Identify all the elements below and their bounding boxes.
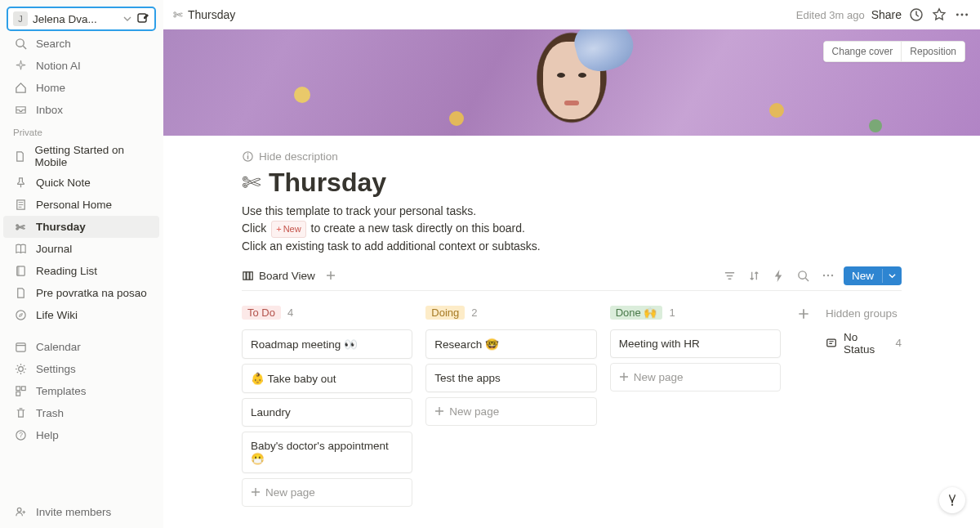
workspace-switcher[interactable]: J Jelena Dva... [7, 7, 156, 31]
board: To Do4Roadmap meeting 👀👶 Take baby outLa… [242, 306, 902, 507]
share-button[interactable]: Share [871, 8, 902, 21]
new-page-button[interactable]: New page [425, 397, 596, 426]
help-icon: ? [13, 429, 28, 441]
calendar-icon [13, 341, 28, 353]
desc-line: Use this template to track your personal… [242, 203, 902, 220]
clock-icon[interactable] [908, 7, 924, 23]
board-card[interactable]: Roadmap meeting 👀 [242, 329, 412, 359]
svg-point-16 [961, 14, 964, 16]
sidebar-page-item[interactable]: Pre povratka na posao [3, 282, 159, 304]
svg-rect-4 [16, 266, 19, 275]
sidebar-page-item[interactable]: Life Wiki [3, 304, 159, 326]
new-page-button[interactable]: New page [610, 363, 781, 392]
sidebar-page-label: Journal [36, 243, 72, 255]
sidebar-item-ai[interactable]: Notion AI [3, 55, 159, 77]
more-icon[interactable] [954, 7, 970, 23]
breadcrumb[interactable]: ✄ Thursday [173, 8, 235, 21]
filter-icon[interactable] [721, 270, 739, 282]
column-count: 1 [669, 307, 675, 319]
sidebar-label: Inbox [36, 104, 63, 116]
svg-point-27 [831, 275, 833, 276]
sidebar-item-calendar[interactable]: Calendar [3, 336, 159, 358]
sidebar-item-invite[interactable]: Invite members [3, 501, 159, 523]
add-column-button[interactable] [794, 306, 813, 507]
add-view-button[interactable] [325, 270, 336, 281]
sidebar-page-item[interactable]: Quick Note [3, 172, 159, 194]
svg-point-24 [799, 271, 806, 278]
svg-rect-28 [827, 339, 836, 347]
sidebar-page-label: Thursday [36, 221, 86, 233]
board-column: Done 🙌1Meeting with HRNew page [610, 306, 781, 507]
svg-point-26 [827, 275, 829, 276]
sidebar-page-item[interactable]: Getting Started on Mobile [3, 141, 159, 172]
sidebar-page-item[interactable]: Journal [3, 238, 159, 260]
cover-actions: Change cover Reposition [823, 41, 965, 62]
topbar: ✄ Thursday Edited 3m ago Share [163, 0, 980, 29]
sidebar-label: Settings [36, 363, 76, 375]
compose-icon[interactable] [136, 12, 149, 25]
board-card[interactable]: 👶 Take baby out [242, 364, 412, 393]
sidebar-item-templates[interactable]: Templates [3, 380, 159, 402]
sidebar-page-label: Personal Home [36, 199, 112, 211]
chevron-down-icon[interactable] [882, 269, 902, 283]
edited-timestamp: Edited 3m ago [796, 9, 865, 21]
book-icon [13, 243, 28, 255]
workspace-name: Jelena Dva... [33, 13, 118, 25]
new-page-button[interactable]: New page [242, 478, 412, 507]
sidebar-item-settings[interactable]: Settings [3, 358, 159, 380]
new-button[interactable]: New [844, 266, 902, 285]
reposition-button[interactable]: Reposition [901, 42, 964, 61]
scissors-icon: ✄ [242, 169, 261, 196]
trash-icon [13, 407, 28, 419]
sidebar-item-home[interactable]: Home [3, 77, 159, 99]
svg-rect-9 [21, 387, 25, 391]
cover-image[interactable]: Change cover Reposition [163, 29, 980, 136]
sidebar-item-trash[interactable]: Trash [3, 402, 159, 424]
compass-icon [13, 309, 28, 321]
column-header[interactable]: To Do4 [242, 306, 412, 320]
home-icon [13, 82, 28, 94]
chevron-down-icon [123, 15, 131, 23]
more-icon[interactable] [819, 269, 837, 282]
svg-point-25 [823, 275, 825, 276]
page-description[interactable]: Use this template to track your personal… [242, 203, 902, 255]
sidebar-page-item[interactable]: Reading List [3, 260, 159, 282]
board-card[interactable]: Test the apps [425, 364, 596, 392]
sidebar-label: Notion AI [36, 60, 81, 72]
sidebar-item-search[interactable]: Search [3, 33, 159, 55]
star-icon[interactable] [931, 7, 947, 23]
breadcrumb-label: Thursday [188, 8, 235, 21]
sidebar-label: Trash [36, 407, 64, 419]
column-header[interactable]: Done 🙌1 [610, 306, 781, 320]
ai-fab[interactable] [939, 487, 965, 513]
no-status-group[interactable]: No Status4 [826, 331, 902, 356]
board-card[interactable]: Baby's doctor's appointment 😷 [242, 432, 412, 473]
svg-text:?: ? [19, 431, 23, 439]
sidebar-label: Help [36, 429, 59, 441]
hidden-groups-label[interactable]: Hidden groups [826, 307, 902, 320]
board-card[interactable]: Laundry [242, 398, 412, 427]
page-title[interactable]: Thursday [269, 168, 386, 198]
board-card[interactable]: Research 🤓 [425, 329, 596, 359]
desc-line: Click +New to create a new task directly… [242, 220, 902, 238]
sidebar-item-inbox[interactable]: Inbox [3, 99, 159, 121]
view-tab-board[interactable]: Board View [242, 270, 315, 282]
column-count: 2 [471, 307, 477, 319]
sidebar-label: Invite members [36, 506, 111, 518]
board-sidebar: Hidden groupsNo Status4 [826, 306, 902, 507]
board-card[interactable]: Meeting with HR [610, 329, 781, 358]
sidebar-item-help[interactable]: ? Help [3, 424, 159, 446]
scissors-icon: ✄ [13, 221, 28, 234]
sidebar-page-item[interactable]: ✄Thursday [3, 216, 159, 238]
automation-icon[interactable] [770, 270, 788, 282]
gear-icon [13, 363, 28, 375]
sidebar-page-label: Reading List [36, 265, 97, 277]
sort-icon[interactable] [746, 270, 764, 282]
change-cover-button[interactable]: Change cover [824, 42, 902, 61]
column-header[interactable]: Doing2 [425, 306, 596, 320]
search-icon[interactable] [795, 270, 813, 282]
board-column: To Do4Roadmap meeting 👀👶 Take baby outLa… [242, 306, 412, 507]
sidebar-page-item[interactable]: Personal Home [3, 194, 159, 216]
hide-description-toggle[interactable]: Hide description [242, 150, 902, 163]
svg-rect-23 [250, 271, 252, 279]
